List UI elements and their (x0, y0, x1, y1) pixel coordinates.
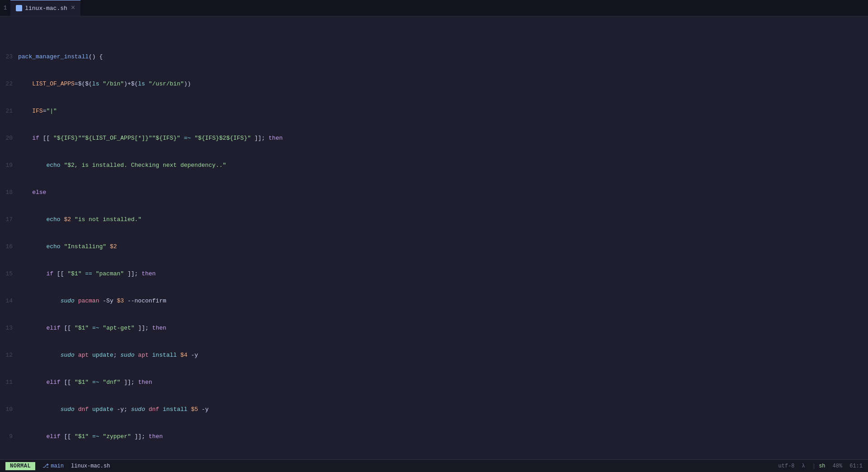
file-icon (16, 5, 22, 11)
status-bar: NORMAL ⎇ main linux-mac.sh utf-8 λ | sh … (0, 459, 868, 472)
code-line: 17 echo $2 "is not installed." (4, 215, 864, 224)
code-line: 20 if [[ "${IFS}""${LIST_OF_APPS[*]}""${… (4, 134, 864, 143)
code-line: 12 sudo apt update; sudo apt install $4 … (4, 351, 864, 360)
code-line: 13 elif [[ "$1" =~ "apt-get" ]]; then (4, 324, 864, 333)
status-right: utf-8 λ | sh 48% 61:1 (778, 463, 863, 469)
code-line: 23 pack_manager_install() { (4, 52, 864, 61)
editor: 23 pack_manager_install() { 22 LIST_OF_A… (0, 16, 868, 459)
code-line: 16 echo "Installing" $2 (4, 242, 864, 251)
code-line: 11 elif [[ "$1" =~ "dnf" ]]; then (4, 378, 864, 387)
status-filename: linux-mac.sh (71, 463, 110, 469)
tab-filename: linux-mac.sh (25, 5, 67, 12)
code-line: 19 echo "$2, is installed. Checking next… (4, 161, 864, 170)
tab-bar: 1 linux-mac.sh × (0, 0, 868, 16)
scroll-percentage: 48% (833, 463, 843, 469)
code-line: 9 elif [[ "$1" =~ "zypper" ]]; then (4, 432, 864, 441)
branch-icon: ⎇ (42, 463, 49, 469)
code-line: 22 LIST_OF_APPS=$($(ls "/bin")+$(ls "/us… (4, 80, 864, 89)
vim-mode: NORMAL (5, 462, 35, 470)
code-line: 18 else (4, 188, 864, 197)
lambda-icon: λ (802, 463, 805, 469)
active-tab[interactable]: linux-mac.sh × (10, 0, 80, 16)
tab-close-button[interactable]: × (71, 5, 75, 12)
tab-number: 1 (0, 5, 10, 11)
code-line: 14 sudo pacman -Sy $3 --noconfirm (4, 297, 864, 306)
cursor-position: 61:1 (849, 463, 863, 469)
code-line: 10 sudo dnf update -y; sudo dnf install … (4, 405, 864, 414)
filetype-indicator: | sh (812, 463, 826, 469)
code-area: 23 pack_manager_install() { 22 LIST_OF_A… (0, 16, 868, 459)
code-content[interactable]: 23 pack_manager_install() { 22 LIST_OF_A… (0, 16, 868, 459)
encoding: utf-8 (778, 463, 795, 469)
git-branch: ⎇ main (42, 463, 64, 469)
branch-name: main (51, 463, 64, 469)
code-line: 15 if [[ "$1" == "pacman" ]]; then (4, 269, 864, 278)
code-line: 21 IFS="|" (4, 107, 864, 116)
filetype-name: sh (819, 463, 825, 469)
filetype-bar: | (812, 463, 819, 469)
